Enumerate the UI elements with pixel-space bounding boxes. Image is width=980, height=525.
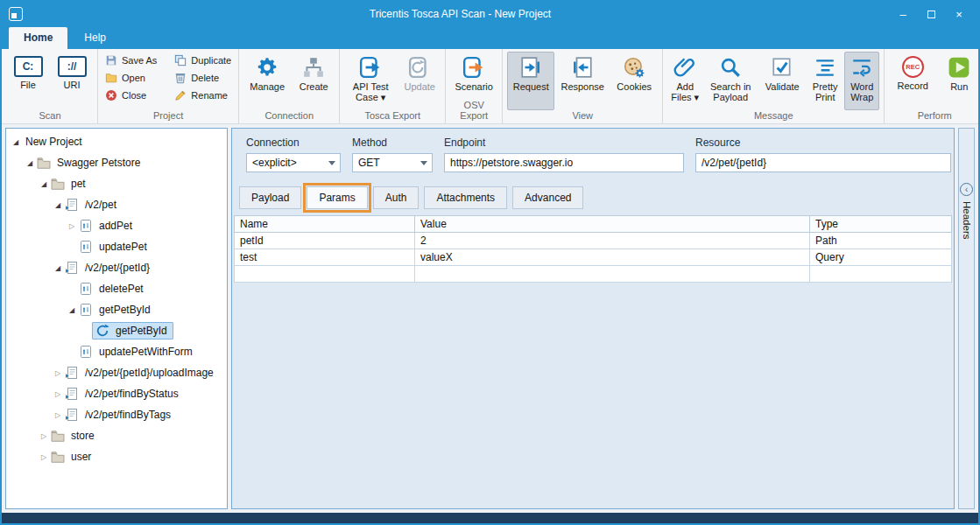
expander-closed-icon[interactable] [38,432,50,440]
tree-item-label: getPetById [112,323,171,339]
tree-item-getpetbyid[interactable]: getPetById [6,299,227,320]
param-type-cell[interactable]: Query [810,249,952,266]
folder-icon [51,429,65,443]
param-type-cell[interactable]: Path [810,233,952,249]
expander-open-icon[interactable] [24,159,36,167]
expander-open-icon[interactable] [10,138,22,146]
tab-attachments[interactable]: Attachments [424,186,507,209]
save-as-button[interactable]: Save As [102,53,159,67]
close-button[interactable]: × [947,4,971,24]
run-button[interactable]: Run [938,52,980,110]
search-in-payload-button[interactable]: Search in Payload [704,52,757,110]
tree-item-store[interactable]: store [6,425,227,446]
tree-item-deletepet[interactable]: deletePet [6,278,227,299]
tree-item-pet[interactable]: pet [6,173,227,194]
group-label-connection: Connection [239,110,339,123]
tree-item-v2-pet-petid[interactable]: /v2/pet/{petId} [6,257,227,278]
column-header-type[interactable]: Type [810,216,952,233]
word-wrap-button[interactable]: Word Wrap [844,52,879,110]
tab-auth[interactable]: Auth [373,186,419,209]
ribbon-group-tosca-export: API Test Case ▾ Update Tosca Export [340,49,446,123]
tree-item-v2-pet-findbystatus[interactable]: /v2/pet/findByStatus [6,383,227,404]
tree-item-new-project[interactable]: New Project [6,131,227,152]
tab-help[interactable]: Help [69,27,121,49]
param-name-cell[interactable]: test [235,249,415,266]
pretty-print-button[interactable]: Pretty Print [807,52,843,110]
create-connection-button[interactable]: Create [293,52,335,110]
rename-button[interactable]: Rename [172,88,234,102]
maximize-button[interactable] [919,4,943,24]
tab-params[interactable]: Params [307,186,367,209]
tab-payload[interactable]: Payload [239,186,301,209]
record-button[interactable]: REC Record [889,52,936,110]
save-icon [105,54,117,66]
minimize-button[interactable]: – [891,4,915,24]
param-name-cell[interactable] [235,266,415,283]
request-form: Connection <explicit> Method GET Endpoin… [232,129,954,176]
tree-item-updatepetwithform[interactable]: updatePetWithForm [6,341,227,362]
folder-icon [51,177,65,191]
expander-closed-icon[interactable] [52,369,64,377]
expander-closed-icon[interactable] [66,222,78,230]
tab-home[interactable]: Home [9,27,67,49]
open-folder-icon [105,72,117,84]
maximize-icon [927,10,935,18]
expand-headers-button[interactable]: ‹ [960,183,973,196]
expander-open-icon[interactable] [38,180,50,188]
api-test-case-button[interactable]: API Test Case ▾ [344,52,397,110]
expander-closed-icon[interactable] [38,453,50,461]
param-value-cell[interactable] [415,266,810,283]
param-value-cell[interactable]: 2 [415,233,810,249]
cookies-button[interactable]: Cookies [610,52,658,110]
tree-item-label: /v2/pet/{petId}/uploadImage [81,365,217,381]
tab-advanced[interactable]: Advanced [512,186,583,209]
file-drive-icon: C: [14,56,43,77]
open-button[interactable]: Open [102,71,159,85]
operation-icon [79,282,93,296]
method-select[interactable]: GET [352,153,433,172]
add-files-button[interactable]: Add Files ▾ [667,52,702,110]
column-header-value[interactable]: Value [415,216,810,233]
expander-open-icon[interactable] [66,306,78,314]
uri-button[interactable]: :// URI [51,52,93,110]
uri-icon: :// [58,56,87,77]
expander-open-icon[interactable] [52,201,64,209]
operation-icon [79,345,93,359]
delete-button[interactable]: Delete [172,71,234,85]
response-icon [571,56,594,79]
expander-closed-icon[interactable] [52,390,64,398]
column-header-name[interactable]: Name [235,216,415,233]
tree-item-v2-pet-findbytags[interactable]: /v2/pet/findByTags [6,404,227,425]
param-name-cell[interactable]: petId [235,233,415,249]
tree-item-v2-pet[interactable]: /v2/pet [6,194,227,215]
close-project-button[interactable]: Close [102,88,159,102]
validate-button[interactable]: Validate [758,52,806,110]
file-button[interactable]: C: File [7,52,49,110]
validate-check-icon [771,56,793,79]
tree-item-getpetbyid-request[interactable]: getPetById [6,320,227,341]
tree-item-v2-pet-petid-uploadimage[interactable]: /v2/pet/{petId}/uploadImage [6,362,227,383]
manage-button[interactable]: Manage [243,52,291,110]
resource-input[interactable] [695,153,951,172]
tree-item-updatepet[interactable]: updatePet [6,236,227,257]
expander-open-icon[interactable] [52,264,64,272]
endpoint-input[interactable] [444,153,684,172]
headers-tab[interactable]: Headers [962,201,972,239]
tree-item-label: /v2/pet/{petId} [81,260,153,276]
param-value-cell[interactable]: valueX [415,249,810,266]
update-button[interactable]: Update [398,52,441,110]
connection-select[interactable]: <explicit> [246,153,341,172]
tree-item-swagger-petstore[interactable]: Swagger Petstore [6,152,227,173]
request-view-button[interactable]: Request [507,52,554,110]
expander-closed-icon[interactable] [52,411,64,419]
tree-item-user[interactable]: user [6,446,227,467]
param-type-cell[interactable] [810,266,952,283]
tree-item-label: Swagger Petstore [53,155,144,171]
response-view-button[interactable]: Response [556,52,609,110]
headers-side-panel: ‹ Headers [958,128,975,509]
chevron-left-icon: ‹ [965,185,969,194]
gear-icon [256,56,278,79]
duplicate-button[interactable]: Duplicate [172,53,234,67]
tree-item-addpet[interactable]: addPet [6,215,227,236]
scenario-button[interactable]: Scenario [450,52,497,100]
